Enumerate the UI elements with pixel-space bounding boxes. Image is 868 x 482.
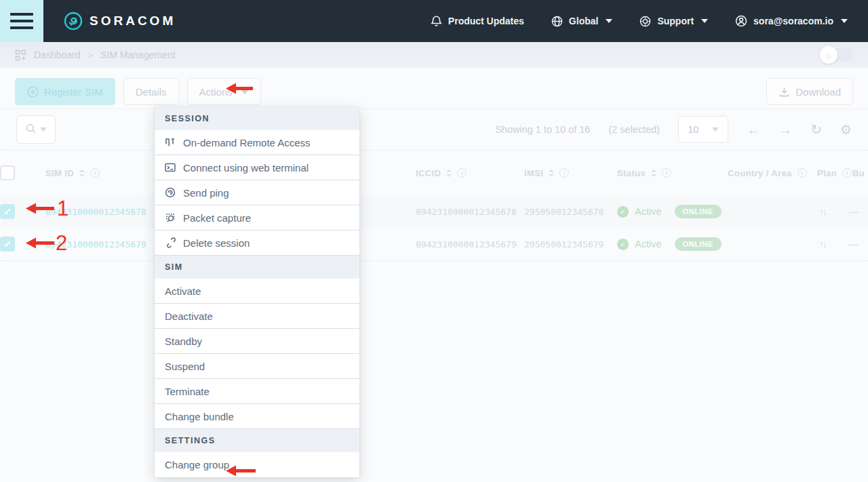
annotation-arrow-actions: [226, 83, 253, 97]
soracom-logo-icon: [64, 12, 83, 31]
ping-icon: [165, 187, 176, 198]
support-menu[interactable]: Support: [639, 16, 708, 27]
search-icon: [25, 123, 37, 137]
table-row[interactable]: ✓ 8942310000012345678 894231000001234567…: [0, 195, 868, 228]
breadcrumb-current: SIM Management: [100, 49, 176, 60]
sort-icon[interactable]: [549, 169, 554, 177]
status-cell: ✓ Active ONLINE: [614, 237, 724, 251]
breadcrumb-separator: >: [88, 50, 94, 60]
column-header-country-area[interactable]: Country / Area i: [724, 168, 814, 178]
menu-section-session: SESSION: [155, 107, 359, 130]
search-button[interactable]: [16, 115, 56, 144]
gear-icon[interactable]: ⚙: [840, 123, 852, 136]
menu-item-packet-capture[interactable]: Packet capture: [155, 205, 359, 230]
theme-toggle[interactable]: ☼: [822, 48, 853, 62]
chevron-down-icon: [841, 19, 848, 23]
remote-access-icon: [165, 137, 176, 148]
account-menu[interactable]: sora@soracom.io: [735, 15, 848, 27]
column-header-imsi[interactable]: IMSI i: [521, 168, 614, 178]
status-label: Active: [635, 206, 662, 217]
annotation-arrow-row-1: [26, 203, 54, 217]
refresh-icon[interactable]: ↻: [810, 123, 822, 136]
menu-item-deactivate[interactable]: Deactivate: [155, 304, 359, 329]
table-controls: Showing 1 to 10 of 16 (2 selected) 10 ← …: [0, 109, 868, 150]
global-label: Global: [569, 16, 599, 26]
check-icon: ✓: [3, 206, 12, 217]
hamburger-icon: [10, 13, 33, 16]
plan-transfer-icon: ↑↓: [814, 206, 849, 217]
check-icon: ✓: [3, 239, 12, 249]
status-label: Active: [635, 239, 662, 249]
user-icon: [735, 15, 747, 27]
table-row[interactable]: ✓ 8942310000012345679 894231000001234567…: [0, 228, 868, 260]
register-sim-label: Register SIM: [44, 86, 103, 98]
imsi-cell: 295050012345679: [521, 239, 604, 249]
row-checkbox[interactable]: ✓: [0, 204, 15, 219]
menu-item-connect-web-terminal[interactable]: Connect using web terminal: [155, 155, 359, 180]
bundles-cell: —: [849, 239, 868, 249]
page-size-select[interactable]: 10: [678, 116, 728, 143]
menu-item-activate[interactable]: Activate: [155, 279, 359, 304]
annotation-number-1: 1: [57, 198, 68, 219]
menu-item-standby[interactable]: Standby: [155, 329, 359, 354]
pagination: Showing 1 to 10 of 16 (2 selected) 10 ← …: [495, 116, 852, 143]
iccid-cell: 8942310000012345679: [412, 239, 517, 249]
support-icon: [639, 16, 651, 27]
column-header-iccid[interactable]: ICCID i: [412, 168, 521, 178]
product-updates-link[interactable]: Product Updates: [431, 15, 524, 27]
global-coverage-menu[interactable]: Global: [551, 16, 613, 27]
details-label: Details: [136, 86, 167, 98]
menu-item-send-ping[interactable]: Send ping: [155, 180, 359, 205]
info-icon[interactable]: i: [90, 168, 100, 178]
sim-toolbar: Register SIM Details Actions Download: [0, 68, 868, 106]
info-icon[interactable]: i: [662, 168, 671, 178]
column-header-bundles[interactable]: Bu: [849, 168, 868, 178]
web-terminal-icon: [165, 162, 176, 173]
row-checkbox[interactable]: ✓: [0, 237, 15, 252]
brand-name: SORACOM: [90, 14, 176, 28]
globe-icon: [551, 16, 563, 27]
menu-item-change-bundle[interactable]: Change bundle: [155, 404, 359, 429]
breadcrumb: Dashboard > SIM Management ☼: [0, 42, 868, 68]
breadcrumb-dashboard[interactable]: Dashboard: [34, 49, 81, 60]
info-icon[interactable]: i: [797, 168, 807, 178]
plus-circle-icon: [27, 86, 39, 98]
chevron-down-icon: [701, 19, 708, 23]
info-icon[interactable]: i: [457, 168, 467, 178]
column-header-status[interactable]: Status i: [614, 168, 724, 178]
download-label: Download: [795, 86, 841, 98]
menu-item-suspend[interactable]: Suspend: [155, 354, 359, 379]
active-check-icon: ✓: [617, 206, 629, 218]
account-email: sora@soracom.io: [753, 16, 833, 26]
active-check-icon: ✓: [617, 239, 629, 250]
support-label: Support: [657, 16, 694, 26]
sort-icon[interactable]: [446, 169, 452, 177]
menu-item-on-demand-remote-access[interactable]: On-demand Remote Access: [155, 130, 359, 155]
details-button[interactable]: Details: [123, 78, 179, 105]
delete-session-icon: [165, 237, 176, 248]
next-page-button[interactable]: →: [778, 123, 792, 136]
download-button[interactable]: Download: [766, 78, 853, 105]
column-header-plan[interactable]: Plan i: [814, 168, 849, 178]
theme-toggle-knob: ☼: [820, 46, 837, 64]
soracom-logo[interactable]: SORACOM: [64, 12, 176, 31]
session-online-badge: ONLINE: [675, 237, 722, 251]
previous-page-button[interactable]: ←: [747, 123, 760, 136]
annotation-arrow-row-2: [26, 237, 54, 252]
menu-item-change-group[interactable]: Change group: [155, 452, 359, 477]
menu-section-sim: SIM: [155, 256, 359, 279]
info-icon[interactable]: i: [559, 168, 569, 178]
menu-item-delete-session[interactable]: Delete session: [155, 230, 359, 256]
annotation-number-2: 2: [56, 233, 67, 254]
sort-icon[interactable]: [79, 169, 85, 177]
hamburger-menu-button[interactable]: [0, 0, 43, 42]
sort-icon[interactable]: [651, 169, 656, 177]
showing-range-text: Showing 1 to 10 of 16: [495, 124, 590, 135]
register-sim-button[interactable]: Register SIM: [15, 78, 115, 105]
bell-icon: [431, 15, 442, 27]
select-all-checkbox[interactable]: [0, 165, 15, 180]
bundles-cell: —: [849, 206, 868, 217]
iccid-cell: 8942310000012345678: [412, 207, 517, 217]
menu-item-terminate[interactable]: Terminate: [155, 379, 359, 404]
status-cell: ✓ Active ONLINE: [614, 205, 724, 218]
